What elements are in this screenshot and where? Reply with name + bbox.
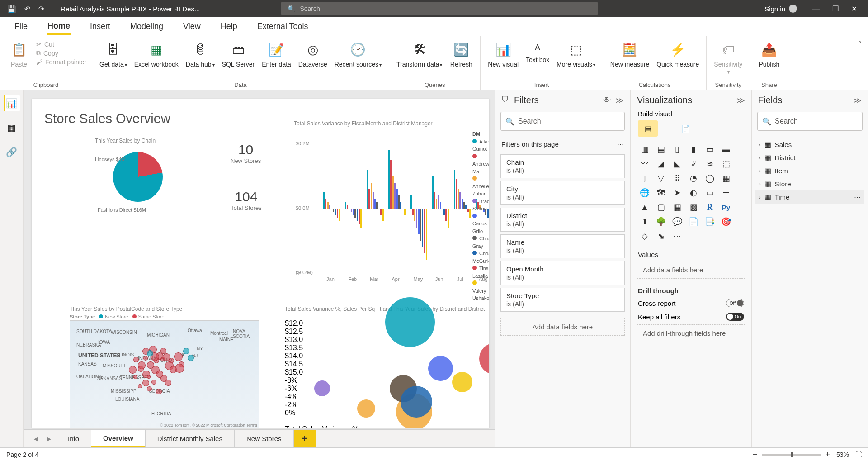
sensitivity-button[interactable]: 🏷Sensitivity▾ [712, 39, 744, 77]
viz-100-column[interactable]: ▬ [719, 144, 733, 155]
viz-area[interactable]: ◢ [654, 158, 668, 169]
scatter-chart[interactable]: $12.0$12.5$13.0$13.5$14.0$14.5$15.0-8%-6… [285, 319, 489, 428]
viz-goals[interactable]: 🎯 [719, 216, 733, 227]
fields-search[interactable]: 🔍 Search [757, 112, 863, 131]
filters-more-icon[interactable]: ⋯ [617, 140, 624, 148]
filters-add-well[interactable]: Add data fields here [500, 318, 625, 336]
quick-measure-button[interactable]: ⚡Quick measure [655, 39, 701, 70]
viz-donut[interactable]: ◯ [703, 173, 717, 184]
collapse-viz-icon[interactable]: ≫ [736, 95, 745, 105]
tab-modeling[interactable]: Modeling [129, 19, 164, 34]
copy-button[interactable]: ⧉Copy [36, 49, 86, 57]
filter-card-chain[interactable]: Chainis (All) [500, 154, 625, 178]
tab-help[interactable]: Help [220, 19, 238, 34]
undo-icon[interactable]: ↶ [24, 5, 30, 13]
format-painter-button[interactable]: 🖌Format painter [36, 58, 86, 66]
data-view-button[interactable]: ▦ [4, 119, 20, 136]
viz-power-apps[interactable]: ◇ [638, 231, 651, 242]
viz-filled-map[interactable]: 🗺 [654, 187, 668, 198]
kpi-total-stores[interactable]: 104 Total Stores [231, 189, 262, 211]
page-prev-button[interactable]: ◄ [29, 430, 42, 447]
zoom-slider[interactable] [762, 454, 821, 456]
filter-card-open-month[interactable]: Open Monthis (All) [500, 261, 625, 285]
get-data-button[interactable]: 🗄Get data▾ [98, 39, 129, 70]
tab-home[interactable]: Home [47, 19, 71, 35]
viz-line[interactable]: 〰 [638, 158, 651, 169]
field-table-time[interactable]: ›▦Time⋯ [755, 190, 864, 204]
filter-card-name[interactable]: Nameis (All) [500, 234, 625, 258]
cut-button[interactable]: ✂Cut [36, 41, 86, 48]
page-tab-district-monthly-sales[interactable]: District Monthly Sales [146, 430, 235, 447]
format-visual-mode[interactable]: 📄 [676, 120, 696, 137]
viz-r[interactable]: R [703, 202, 717, 213]
viz-paginated[interactable]: 📑 [703, 216, 717, 227]
close-icon[interactable]: ✕ [851, 5, 857, 13]
viz-100-bar[interactable]: ▭ [703, 144, 717, 155]
text-box-button[interactable]: AText box [524, 39, 551, 65]
kpi-new-stores[interactable]: 10 New Stores [231, 142, 261, 164]
field-table-district[interactable]: ›▦District [755, 151, 864, 164]
dataverse-button[interactable]: ◎Dataverse [297, 39, 329, 70]
viz-column-line[interactable]: ⫿ [638, 173, 651, 184]
publish-button[interactable]: 📤Publish [755, 39, 783, 70]
keep-filters-toggle[interactable]: On [726, 313, 744, 321]
viz-azure-map[interactable]: ➤ [670, 187, 684, 198]
report-canvas[interactable]: Store Sales Overview This Year Sales by … [32, 99, 489, 428]
viz-pie[interactable]: ◔ [687, 173, 700, 184]
viz-qna[interactable]: 💬 [670, 216, 684, 227]
viz-stacked-bar[interactable]: ▥ [638, 144, 651, 155]
viz-matrix[interactable]: ▩ [687, 202, 700, 213]
viz-map[interactable]: 🌐 [638, 187, 651, 198]
viz-table[interactable]: ▦ [670, 202, 684, 213]
cross-report-toggle[interactable]: Off [726, 299, 744, 307]
viz-stacked-column[interactable]: ▯ [670, 144, 684, 155]
preview-icon[interactable]: 👁 [603, 95, 611, 105]
viz-clustered-column[interactable]: ▮ [687, 144, 700, 155]
viz-line-column[interactable]: ⫽ [687, 158, 700, 169]
recent-sources-button[interactable]: 🕑Recent sources▾ [333, 39, 383, 70]
data-hub-button[interactable]: 🛢Data hub▾ [184, 39, 217, 70]
field-table-item[interactable]: ›▦Item [755, 164, 864, 177]
report-view-button[interactable]: 📊 [4, 95, 20, 111]
minimize-icon[interactable]: — [812, 5, 820, 13]
signin-button[interactable]: Sign in [764, 5, 797, 13]
tab-view[interactable]: View [182, 19, 202, 34]
viz-kpi[interactable]: ▲ [638, 202, 651, 213]
tab-insert[interactable]: Insert [89, 19, 111, 34]
sql-server-button[interactable]: 🗃SQL Server [220, 39, 257, 70]
collapse-filters-icon[interactable]: ≫ [615, 95, 624, 105]
viz-py[interactable]: Py [719, 202, 733, 213]
viz-scatter[interactable]: ⠿ [670, 173, 684, 184]
excel-button[interactable]: ▦Excel workbook [132, 39, 180, 70]
bar-chart[interactable]: $0.2M$0.0M($0.2M)JanFebMarAprMayJunJulAu… [294, 139, 489, 286]
viz-multi-card[interactable]: ☰ [719, 187, 733, 198]
zoom-in-button[interactable]: + [825, 450, 830, 459]
collapse-fields-icon[interactable]: ≫ [853, 95, 862, 105]
page-tab-new-stores[interactable]: New Stores [235, 430, 294, 447]
field-more-icon[interactable]: ⋯ [854, 193, 861, 201]
paste-button[interactable]: 📋 Paste [5, 39, 33, 70]
maximize-icon[interactable]: ❐ [832, 5, 839, 13]
transform-data-button[interactable]: 🛠Transform data▾ [395, 39, 444, 70]
viz-narrative[interactable]: 📄 [687, 216, 700, 227]
field-table-sales[interactable]: ›▦Sales [755, 138, 864, 151]
viz-clustered-bar[interactable]: ▤ [654, 144, 668, 155]
add-page-button[interactable]: + [294, 430, 316, 447]
collapse-ribbon-icon[interactable]: ˄ [858, 36, 868, 90]
viz-waterfall[interactable]: ⬚ [719, 158, 733, 169]
filter-card-district[interactable]: Districtis (All) [500, 208, 625, 232]
viz-ribbon[interactable]: ≋ [703, 158, 717, 169]
fit-to-page-icon[interactable]: ⛶ [855, 451, 862, 458]
viz-key-influencers[interactable]: ⬍ [638, 216, 651, 227]
values-well[interactable]: Add data fields here [637, 261, 745, 279]
viz-funnel[interactable]: ▽ [654, 173, 668, 184]
viz-treemap[interactable]: ▦ [719, 173, 733, 184]
viz-slicer[interactable]: ▢ [654, 202, 668, 213]
field-table-store[interactable]: ›▦Store [755, 177, 864, 190]
filters-search[interactable]: 🔍 Search [500, 112, 625, 131]
map-visual[interactable]: UNITED STATES Ottawa Montreal WISCONSIN … [70, 320, 259, 428]
page-tab-info[interactable]: Info [56, 430, 91, 447]
zoom-out-button[interactable]: − [753, 450, 758, 459]
filter-card-store-type[interactable]: Store Typeis (All) [500, 288, 625, 312]
model-view-button[interactable]: 🔗 [4, 144, 20, 160]
